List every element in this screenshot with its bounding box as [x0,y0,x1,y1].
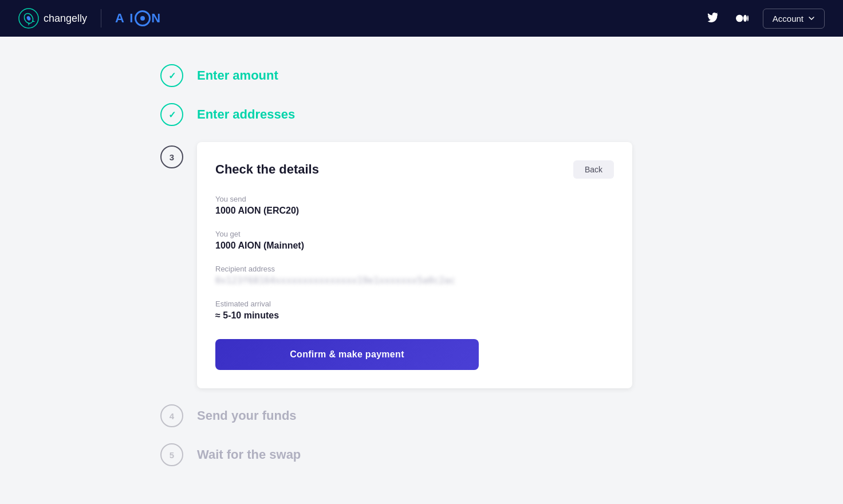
estimated-label: Estimated arrival [215,300,614,308]
account-button[interactable]: Account [763,9,825,29]
header-right: Account [703,9,825,29]
step-2-row: ✓ Enter addresses [160,103,683,126]
chevron-down-icon [808,15,815,22]
back-button[interactable]: Back [573,160,614,179]
you-get-row: You get 1000 AION (Mainnet) [215,230,614,251]
you-get-label: You get [215,230,614,238]
step-4-badge: 4 [160,404,183,427]
details-card: Check the details Back You send 1000 AIO… [197,142,632,388]
confirm-payment-button[interactable]: Confirm & make payment [215,339,479,370]
header-divider [101,9,101,27]
main-content: ✓ Enter amount ✓ Enter addresses 3 Check… [147,37,696,504]
aion-circle-inner [140,16,145,21]
card-title: Check the details [215,162,319,177]
header: changelly A I N Account [0,0,843,37]
aion-text-a: A I [115,11,134,26]
recipient-label: Recipient address [215,265,614,273]
step-2-label: Enter addresses [197,107,295,122]
header-left: changelly A I N [18,8,161,29]
recipient-address: 0x123f68164xxxxxxxxxxxxxxx19e1xxxxxxx5a0… [215,275,614,286]
aion-circle-icon [135,10,151,26]
changelly-logo-icon [18,8,39,29]
step-5-row: 5 Wait for the swap [160,443,683,466]
step-4-number: 4 [170,411,174,421]
account-label: Account [773,14,803,23]
step-3-badge: 3 [160,145,183,168]
step-1-row: ✓ Enter amount [160,64,683,87]
medium-button[interactable] [733,9,751,27]
step-5-label: Wait for the swap [197,447,301,462]
card-header: Check the details Back [215,160,614,179]
step-2-check-icon: ✓ [168,109,176,120]
estimated-value: ≈ 5-10 minutes [215,310,614,321]
medium-icon [736,12,749,25]
step-4-row: 4 Send your funds [160,404,683,427]
changelly-text: changelly [44,13,87,25]
step-4-label: Send your funds [197,408,297,423]
step-3-row: 3 Check the details Back You send 1000 A… [160,142,683,388]
logo-area: changelly [18,8,87,29]
aion-logo: A I N [115,10,161,26]
step-1-check-icon: ✓ [168,70,176,81]
estimated-row: Estimated arrival ≈ 5-10 minutes [215,300,614,321]
step-5-number: 5 [170,450,174,460]
twitter-button[interactable] [703,9,722,27]
aion-text-n: N [151,11,161,26]
twitter-icon [707,13,718,24]
you-send-value: 1000 AION (ERC20) [215,206,614,216]
step-2-badge: ✓ [160,103,183,126]
you-send-row: You send 1000 AION (ERC20) [215,195,614,216]
step-1-label: Enter amount [197,68,278,83]
you-get-value: 1000 AION (Mainnet) [215,241,614,251]
you-send-label: You send [215,195,614,203]
step-1-badge: ✓ [160,64,183,87]
recipient-row: Recipient address 0x123f68164xxxxxxxxxxx… [215,265,614,286]
step-5-badge: 5 [160,443,183,466]
step-3-number: 3 [170,152,174,162]
